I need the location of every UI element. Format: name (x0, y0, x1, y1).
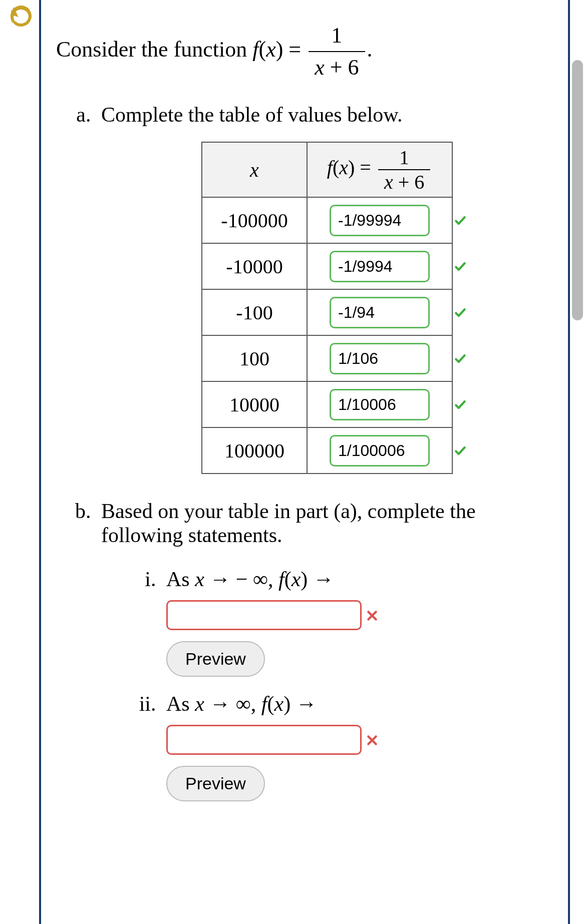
question-panel: Consider the function f(x) = 1 x + 6 . C… (39, 0, 570, 924)
table-row: -100-1/94 (202, 289, 452, 335)
intro-fraction: 1 x + 6 (309, 20, 365, 83)
fx-f: f (252, 37, 258, 62)
frac-den: x + 6 (309, 51, 365, 83)
eq: = (283, 37, 307, 62)
answer-input[interactable]: 1/10006 (330, 389, 430, 420)
scrollbar-track[interactable] (572, 0, 583, 924)
x-icon (366, 603, 379, 627)
x-icon (366, 728, 379, 752)
intro-prefix: Consider the function (56, 37, 252, 62)
preview-button[interactable]: Preview (166, 766, 265, 801)
preview-button[interactable]: Preview (166, 641, 265, 677)
limit-item: As x → − ∞, f(x) →Preview (161, 567, 553, 677)
fx-cell: -1/9994 (307, 243, 452, 289)
fx-x: x (266, 37, 276, 62)
answer-input[interactable]: 1/106 (330, 343, 430, 374)
answer-input[interactable]: -1/94 (330, 297, 430, 328)
x-cell: -10000 (202, 243, 307, 289)
intro-period: . (367, 37, 373, 62)
part-b: Based on your table in part (a), complet… (96, 499, 553, 801)
frac-num: 1 (309, 20, 365, 51)
check-icon (454, 301, 467, 324)
table-row: -100000-1/99994 (202, 197, 452, 243)
limit-statement: As x → ∞, f(x) → (166, 692, 553, 716)
part-b-list: As x → − ∞, f(x) →PreviewAs x → ∞, f(x) … (101, 567, 553, 801)
answer-row (166, 725, 553, 755)
check-icon (454, 393, 467, 416)
table-row: 1001/106 (202, 335, 452, 381)
fx-cell: 1/106 (307, 335, 452, 381)
limit-answer-input[interactable] (166, 600, 362, 630)
intro-text: Consider the function f(x) = 1 x + 6 . (56, 20, 553, 83)
fx-cell: -1/99994 (307, 197, 452, 243)
limit-answer-input[interactable] (166, 725, 362, 755)
x-cell: 100 (202, 335, 307, 381)
table-body: -100000-1/99994-10000-1/9994-100-1/94100… (202, 197, 452, 474)
fx-cell: 1/10006 (307, 381, 452, 427)
answer-input[interactable]: -1/9994 (330, 251, 430, 282)
x-cell: -100 (202, 289, 307, 335)
limit-item: As x → ∞, f(x) →Preview (161, 692, 553, 801)
x-cell: 10000 (202, 381, 307, 427)
table-row: -10000-1/9994 (202, 243, 452, 289)
check-icon (454, 347, 467, 370)
table-row: 100001/10006 (202, 381, 452, 427)
answer-input[interactable]: 1/100006 (330, 435, 430, 467)
fx-cell: -1/94 (307, 289, 452, 335)
answer-row (166, 600, 553, 630)
fx-cell: 1/100006 (307, 427, 452, 474)
part-a: Complete the table of values below. x f(… (96, 103, 553, 474)
values-table: x f(x) = 1 x + 6 -100000-1/99994-10000-1… (201, 142, 453, 474)
check-icon (454, 255, 467, 278)
x-cell: -100000 (202, 197, 307, 243)
table-row: 1000001/100006 (202, 427, 452, 474)
limit-statement: As x → − ∞, f(x) → (166, 567, 553, 591)
th-x: x (202, 142, 307, 197)
x-cell: 100000 (202, 427, 307, 474)
part-a-text: Complete the table of values below. (101, 103, 402, 126)
answer-input[interactable]: -1/99994 (330, 205, 430, 236)
th-fx: f(x) = 1 x + 6 (307, 142, 452, 197)
scrollbar-thumb[interactable] (572, 60, 583, 320)
check-icon (454, 439, 467, 463)
check-icon (454, 209, 467, 232)
refresh-icon[interactable] (9, 4, 33, 28)
part-b-text: Based on your table in part (a), complet… (101, 500, 476, 547)
